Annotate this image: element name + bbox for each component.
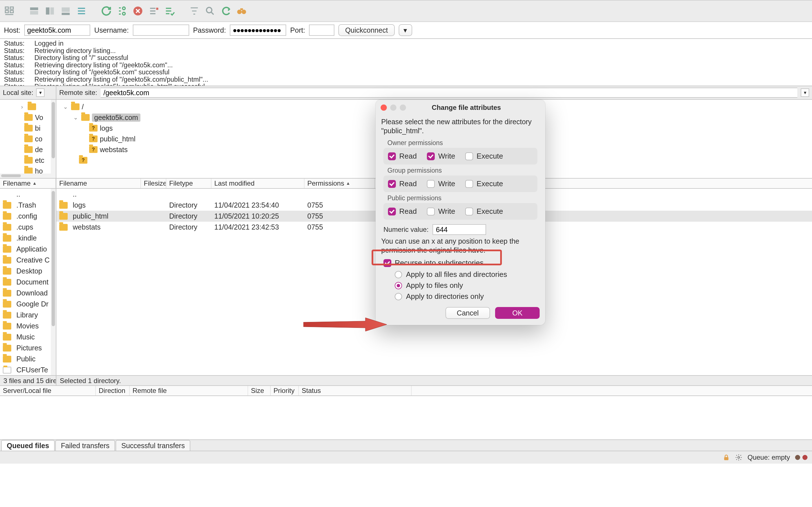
list-item[interactable]: .cups — [0, 222, 56, 233]
message-log[interactable]: Status:Logged inStatus:Retrieving direct… — [0, 39, 812, 86]
refresh-icon[interactable] — [100, 5, 112, 17]
local-list-header[interactable]: Filename▲ — [0, 179, 56, 189]
cancel-button[interactable]: Cancel — [446, 307, 490, 319]
column-header[interactable]: Remote file — [130, 386, 248, 395]
recurse-checkbox[interactable]: Recurse into subdirectories — [384, 259, 540, 267]
bottom-tab[interactable]: Successful transfers — [116, 440, 190, 451]
owner-execute-checkbox[interactable]: Execute — [465, 152, 503, 161]
apply-all-radio[interactable]: Apply to all files and directories — [395, 270, 540, 279]
toggle-log-icon[interactable] — [28, 5, 40, 17]
apply-dirs-radio[interactable]: Apply to directories only — [395, 292, 540, 301]
username-input[interactable] — [133, 24, 189, 36]
local-site-label: Local site: — [3, 89, 33, 97]
list-item[interactable]: .. — [0, 189, 56, 200]
list-item[interactable]: Creative C — [0, 255, 56, 266]
group-write-checkbox[interactable]: Write — [427, 179, 455, 188]
list-item[interactable]: Document — [0, 277, 56, 288]
list-item[interactable]: Pictures — [0, 342, 56, 353]
search-icon[interactable] — [204, 5, 216, 17]
bottom-tab[interactable]: Queued files — [1, 440, 55, 451]
dialog-titlebar[interactable]: Change file attributes — [375, 100, 545, 115]
host-input[interactable] — [24, 24, 90, 36]
list-item[interactable]: CFUserTe — [0, 364, 56, 375]
process-queue-icon[interactable] — [116, 5, 128, 17]
column-header[interactable]: Server/Local file — [0, 386, 96, 395]
toggle-queue-icon[interactable] — [60, 5, 71, 17]
svg-rect-5 — [30, 11, 38, 15]
column-header[interactable]: Direction — [96, 386, 130, 395]
binoculars-icon[interactable] — [236, 5, 248, 17]
column-header[interactable]: Size — [248, 386, 271, 395]
bottom-tab[interactable]: Failed transfers — [55, 440, 115, 451]
ok-button[interactable]: OK — [495, 307, 540, 319]
owner-write-checkbox[interactable]: Write — [427, 152, 455, 161]
list-item[interactable]: Public — [0, 353, 56, 364]
list-item[interactable]: Music — [0, 332, 56, 342]
column-header[interactable]: Priority — [271, 386, 299, 395]
cancel-icon[interactable] — [132, 5, 144, 17]
owner-permissions: ReadWriteExecute — [384, 148, 538, 165]
list-item[interactable]: .config — [0, 211, 56, 222]
queue-body[interactable] — [0, 396, 812, 440]
group-read-checkbox[interactable]: Read — [388, 179, 417, 188]
public-read-checkbox[interactable]: Read — [388, 207, 417, 216]
local-site-bar: Local site: ▾ — [0, 86, 56, 99]
owner-read-checkbox[interactable]: Read — [388, 152, 417, 161]
filter-icon[interactable] — [188, 5, 200, 17]
numeric-hint: You can use an x at any position to keep… — [381, 237, 540, 255]
toggle-tree-icon[interactable] — [44, 5, 56, 17]
column-header[interactable]: Filetype — [166, 179, 211, 188]
reconnect-icon[interactable] — [163, 5, 175, 17]
compare-icon[interactable] — [220, 5, 232, 17]
list-item[interactable]: Google Dr — [0, 298, 56, 309]
main-toolbar — [0, 0, 812, 22]
remote-site-label: Remote site: — [59, 89, 97, 97]
local-site-dropdown[interactable]: ▾ — [36, 89, 45, 97]
column-header[interactable]: Permissions▲ — [305, 179, 375, 188]
column-header[interactable]: Filesize — [141, 179, 166, 188]
list-item[interactable]: Applicatio — [0, 244, 56, 255]
quickconnect-button[interactable]: Quickconnect — [338, 24, 395, 36]
scrollbar-vertical[interactable] — [51, 189, 56, 375]
scrollbar-horizontal[interactable] — [0, 173, 51, 178]
close-icon[interactable] — [380, 105, 387, 111]
apply-files-radio[interactable]: Apply to files only — [395, 281, 540, 290]
local-tree[interactable]: ›Vobicodeetcho — [0, 100, 56, 178]
checkbox-icon — [465, 180, 473, 188]
disconnect-icon[interactable] — [148, 5, 160, 17]
group-permissions-label: Group permissions — [388, 167, 540, 174]
public-permissions-label: Public permissions — [388, 194, 540, 202]
svg-point-10 — [123, 7, 125, 10]
gear-icon[interactable] — [735, 454, 742, 461]
quickconnect-history-button[interactable]: ▾ — [399, 24, 412, 36]
list-item[interactable]: Movies — [0, 321, 56, 332]
port-input[interactable] — [309, 24, 335, 36]
column-header[interactable]: Filename — [56, 179, 141, 188]
public-write-checkbox[interactable]: Write — [427, 207, 455, 216]
checkbox-icon — [388, 208, 396, 216]
local-file-list[interactable]: Filename▲ ...Trash.config.cups.kindleApp… — [0, 179, 56, 375]
col-filename: Filename — [3, 179, 31, 187]
column-header[interactable]: Status — [299, 386, 412, 395]
queue-header[interactable]: Server/Local fileDirectionRemote fileSiz… — [0, 386, 812, 396]
list-item[interactable]: .kindle — [0, 233, 56, 244]
toggle-sync-icon[interactable] — [75, 5, 87, 17]
port-label: Port: — [290, 26, 305, 34]
list-item[interactable]: Desktop — [0, 266, 56, 277]
group-execute-checkbox[interactable]: Execute — [465, 179, 503, 188]
list-item[interactable]: .Trash — [0, 200, 56, 211]
scrollbar-vertical[interactable] — [51, 100, 56, 178]
group-permissions: ReadWriteExecute — [384, 175, 538, 192]
password-input[interactable] — [230, 24, 286, 36]
column-header[interactable]: Last modified — [211, 179, 305, 188]
remote-site-input[interactable] — [101, 88, 797, 98]
list-item[interactable]: Download — [0, 288, 56, 298]
remote-site-dropdown[interactable]: ▾ — [801, 89, 809, 97]
sitemanager-icon[interactable] — [3, 5, 15, 17]
svg-point-18 — [738, 457, 740, 459]
list-item[interactable]: Library — [0, 309, 56, 321]
file-attributes-dialog: Change file attributes Please select the… — [375, 100, 545, 325]
numeric-value-input[interactable] — [433, 224, 486, 235]
remote-site-bar: Remote site: ▾ — [56, 86, 812, 99]
public-execute-checkbox[interactable]: Execute — [465, 207, 503, 216]
